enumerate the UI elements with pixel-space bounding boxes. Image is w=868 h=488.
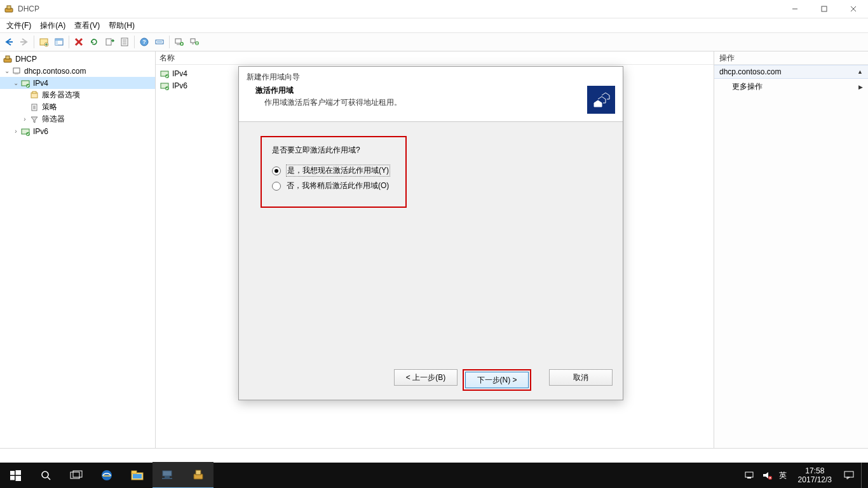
svg-rect-55 <box>15 470 21 475</box>
taskbar-server-manager-icon[interactable] <box>153 462 183 488</box>
back-icon[interactable] <box>1 34 17 50</box>
ipv4-icon <box>20 78 31 88</box>
server-run-icon[interactable] <box>172 34 187 50</box>
search-button[interactable] <box>31 463 61 488</box>
twisty-icon[interactable]: › <box>11 128 20 135</box>
actions-panel: 操作 dhcp.contoso.com ▲ 更多操作 ▶ <box>714 51 868 448</box>
wizard-footer: < 上一步(B) 下一步(N) > 取消 <box>239 363 623 400</box>
tree-label: IPv4 <box>33 79 48 88</box>
tree-panel: DHCP ⌄ dhcp.contoso.com ⌄ IPv4 <box>0 51 156 448</box>
minimize-button[interactable] <box>780 0 810 18</box>
menu-action[interactable]: 操作(A) <box>36 19 69 32</box>
tray-network-icon[interactable] <box>745 471 756 480</box>
highlight-box: 下一步(N) > <box>463 369 531 391</box>
menu-help[interactable]: 帮助(H) <box>105 19 139 32</box>
tree-node-ipv4[interactable]: ⌄ IPv4 <box>0 77 155 89</box>
twisty-icon[interactable]: ⌄ <box>11 79 20 86</box>
tree-node-policy[interactable]: 策略 <box>0 101 155 113</box>
svg-rect-71 <box>745 472 753 477</box>
tray-sound-icon[interactable] <box>763 471 773 480</box>
svg-rect-13 <box>55 39 63 41</box>
statusbar <box>0 448 868 463</box>
cancel-button[interactable]: 取消 <box>549 369 613 386</box>
content-header-name[interactable]: 名称 <box>156 51 714 65</box>
ipv4-icon <box>159 69 170 79</box>
tree-node-server[interactable]: ⌄ dhcp.contoso.com <box>0 65 155 77</box>
wizard-dialog: 新建作用域向导 激活作用域 作用域激活后客户端才可获得地址租用。 是否要立即激活… <box>238 66 623 400</box>
svg-rect-65 <box>133 474 142 478</box>
menu-file[interactable]: 文件(F) <box>3 19 35 32</box>
export-icon[interactable] <box>102 34 117 50</box>
dhcp-icon <box>3 54 13 64</box>
tree-node-dhcp[interactable]: DHCP <box>0 53 155 65</box>
tree-label: 服务器选项 <box>42 90 80 100</box>
svg-text:?: ? <box>142 39 146 45</box>
show-hide-icon[interactable] <box>51 34 67 50</box>
wizard-subtext: 作用域激活后客户端才可获得地址租用。 <box>264 97 587 108</box>
maximize-button[interactable] <box>810 0 839 18</box>
svg-rect-54 <box>10 471 15 475</box>
forward-icon[interactable] <box>17 34 32 50</box>
radio-icon[interactable] <box>272 182 281 191</box>
actions-group[interactable]: dhcp.contoso.com ▲ <box>714 65 868 79</box>
svg-rect-31 <box>192 43 194 44</box>
menubar: 文件(F) 操作(A) 查看(V) 帮助(H) <box>0 18 868 32</box>
twisty-icon[interactable]: ⌄ <box>3 67 11 74</box>
svg-point-58 <box>42 471 48 478</box>
tree-node-ipv6[interactable]: › IPv6 <box>0 125 155 137</box>
tray-clock[interactable]: 17:58 2017/12/3 <box>793 466 837 484</box>
tree-node-server-options[interactable]: 服务器选项 <box>0 89 155 101</box>
taskbar-ie-icon[interactable] <box>92 463 122 488</box>
tray-date: 2017/12/3 <box>798 475 832 484</box>
server-list-icon[interactable] <box>187 34 202 50</box>
delete-icon[interactable] <box>71 34 86 50</box>
radio-option-no[interactable]: 否，我将稍后激活此作用域(O) <box>272 180 395 191</box>
tray-notifications-icon[interactable] <box>843 470 855 480</box>
svg-rect-72 <box>747 477 751 478</box>
content-panel: 名称 IPv4 IPv6 新建作用域向导 <box>156 51 714 448</box>
wizard-question: 是否要立即激活此作用域? <box>272 145 395 156</box>
svg-rect-68 <box>162 478 172 479</box>
start-button[interactable] <box>0 463 31 488</box>
svg-rect-77 <box>844 471 853 477</box>
taskbar-dhcp-icon[interactable] <box>183 462 214 488</box>
taskbar-explorer-icon[interactable] <box>122 463 153 488</box>
svg-marker-78 <box>847 477 850 479</box>
svg-line-59 <box>48 477 50 480</box>
radio-option-yes[interactable]: 是，我想现在激活此作用域(Y) <box>272 165 395 177</box>
tray-ime[interactable]: 英 <box>779 470 787 481</box>
next-button[interactable]: 下一步(N) > <box>465 372 529 388</box>
tree-label: dhcp.contoso.com <box>24 67 86 76</box>
help-icon[interactable]: ? <box>137 34 152 50</box>
console-tree[interactable]: DHCP ⌄ dhcp.contoso.com ⌄ IPv4 <box>0 51 155 448</box>
app-icon <box>4 4 14 14</box>
svg-marker-73 <box>763 472 768 478</box>
svg-rect-66 <box>163 471 172 476</box>
tree-node-filter[interactable]: › 筛选器 <box>0 113 155 125</box>
svg-rect-39 <box>15 73 18 74</box>
options-icon <box>29 90 39 100</box>
add-icon[interactable] <box>36 34 51 50</box>
menu-view[interactable]: 查看(V) <box>71 19 104 32</box>
titlebar: DHCP <box>0 0 868 18</box>
tree-label: 策略 <box>42 102 57 112</box>
radio-icon[interactable] <box>272 166 281 175</box>
refresh-icon[interactable] <box>86 34 102 50</box>
radio-label: 是，我想现在激活此作用域(Y) <box>286 165 390 177</box>
svg-rect-1 <box>7 6 11 9</box>
toolbar: ? <box>0 32 868 51</box>
list-item-label: IPv4 <box>172 69 187 78</box>
taskview-button[interactable] <box>61 463 92 488</box>
show-desktop-button[interactable] <box>861 463 865 488</box>
collapse-icon[interactable]: ▲ <box>857 69 863 75</box>
network-icon[interactable] <box>152 34 167 50</box>
properties-icon[interactable] <box>117 34 132 50</box>
close-button[interactable] <box>839 0 868 18</box>
tree-label: 筛选器 <box>42 114 65 125</box>
twisty-icon[interactable]: › <box>20 116 29 123</box>
svg-rect-26 <box>175 39 181 43</box>
policy-icon <box>29 102 39 112</box>
back-button[interactable]: < 上一步(B) <box>394 369 458 386</box>
actions-more[interactable]: 更多操作 ▶ <box>714 79 868 95</box>
svg-rect-38 <box>13 68 20 73</box>
